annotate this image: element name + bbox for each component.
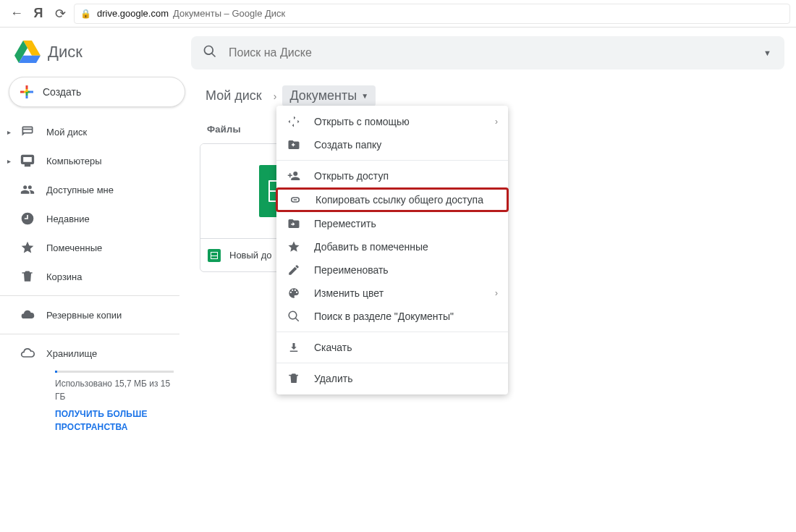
ctx-download[interactable]: Скачать bbox=[276, 336, 508, 359]
ctx-label: Переименовать bbox=[314, 264, 389, 276]
ctx-share[interactable]: Открыть доступ bbox=[276, 164, 508, 187]
sidebar-item-computers[interactable]: ▸ Компьютеры bbox=[0, 146, 185, 175]
create-button-label: Создать bbox=[43, 86, 81, 98]
storage-text: Использовано 15,7 МБ из 15 ГБ bbox=[55, 379, 170, 402]
star-icon bbox=[287, 240, 301, 254]
ctx-new-folder[interactable]: Создать папку bbox=[276, 133, 508, 156]
reload-button[interactable]: ⟳ bbox=[49, 3, 71, 25]
ctx-label: Открыть с помощью bbox=[314, 116, 410, 127]
trash-icon bbox=[287, 371, 301, 386]
sidebar-item-storage[interactable]: Хранилище bbox=[0, 339, 185, 368]
star-icon bbox=[19, 239, 36, 256]
sheets-icon bbox=[208, 249, 221, 262]
cloud-outline-icon bbox=[19, 345, 36, 362]
clock-icon bbox=[19, 210, 36, 227]
ctx-label: Изменить цвет bbox=[314, 287, 384, 299]
ctx-label: Создать папку bbox=[314, 139, 381, 151]
ctx-rename[interactable]: Переименовать bbox=[276, 258, 508, 282]
ctx-label: Добавить в помеченные bbox=[314, 241, 428, 253]
search-icon bbox=[287, 309, 301, 324]
storage-bar bbox=[55, 371, 174, 373]
url-rest: Документы – Google Диск bbox=[173, 8, 285, 19]
storage-upgrade-link[interactable]: ПОЛУЧИТЬ БОЛЬШЕ ПРОСТРАНСТВА bbox=[0, 403, 185, 434]
search-input[interactable] bbox=[227, 46, 758, 60]
sidebar-item-trash[interactable]: Корзина bbox=[0, 262, 185, 291]
ctx-label: Копировать ссылку общего доступа bbox=[316, 194, 483, 206]
new-folder-icon bbox=[287, 138, 301, 152]
move-icon bbox=[287, 216, 301, 231]
browser-toolbar: ← Я ⟳ 🔒 drive.google.com Документы – Goo… bbox=[0, 0, 796, 28]
ctx-label: Скачать bbox=[314, 342, 352, 353]
lock-icon: 🔒 bbox=[80, 9, 91, 19]
create-button[interactable]: Создать bbox=[9, 77, 185, 107]
sidebar-item-label: Корзина bbox=[46, 271, 82, 282]
trash-icon bbox=[19, 268, 36, 285]
search-icon bbox=[203, 44, 217, 62]
sidebar-item-label: Мой диск bbox=[46, 127, 87, 138]
plus-icon bbox=[18, 83, 35, 101]
person-add-icon bbox=[287, 169, 301, 183]
cloud-icon bbox=[19, 306, 36, 324]
chevron-right-icon: ▸ bbox=[7, 128, 17, 136]
sidebar-item-backups[interactable]: Резервные копии bbox=[0, 300, 185, 329]
divider bbox=[0, 295, 179, 296]
ctx-color[interactable]: Изменить цвет › bbox=[276, 282, 508, 305]
ctx-move[interactable]: Переместить bbox=[276, 212, 508, 235]
sidebar-item-label: Хранилище bbox=[46, 348, 97, 359]
ctx-search-in[interactable]: Поиск в разделе "Документы" bbox=[276, 305, 508, 328]
sidebar-item-shared[interactable]: Доступные мне bbox=[0, 175, 185, 204]
download-icon bbox=[287, 340, 301, 355]
divider bbox=[276, 332, 508, 332]
ctx-copy-link[interactable]: Копировать ссылку общего доступа bbox=[276, 187, 509, 212]
ctx-delete[interactable]: Удалить bbox=[276, 367, 508, 390]
sidebar: Диск Создать ▸ Мой диск ▸ Компьютеры Дос… bbox=[0, 28, 185, 434]
main-area: ▼ Мой диск › Документы ▼ Файлы Новый до bbox=[185, 28, 796, 434]
sidebar-item-label: Резервные копии bbox=[46, 310, 122, 321]
file-name: Новый до bbox=[229, 250, 272, 261]
breadcrumb-current-label: Документы bbox=[289, 88, 357, 104]
search-options-button[interactable]: ▼ bbox=[758, 46, 777, 60]
sidebar-item-recent[interactable]: Недавние bbox=[0, 204, 185, 233]
divider bbox=[276, 363, 508, 363]
breadcrumb-current[interactable]: Документы ▼ bbox=[282, 85, 376, 106]
ctx-label: Удалить bbox=[314, 373, 352, 384]
ctx-open-with[interactable]: Открыть с помощью › bbox=[276, 110, 508, 133]
chevron-down-icon: ▼ bbox=[361, 92, 368, 100]
app-title: Диск bbox=[48, 43, 82, 62]
search-bar[interactable]: ▼ bbox=[191, 36, 784, 69]
ctx-label: Переместить bbox=[314, 218, 376, 229]
ctx-star[interactable]: Добавить в помеченные bbox=[276, 235, 508, 258]
link-icon bbox=[288, 193, 302, 207]
nav-back-button[interactable]: ← bbox=[6, 3, 27, 24]
computers-icon bbox=[19, 152, 36, 169]
rename-icon bbox=[287, 263, 301, 277]
divider bbox=[0, 334, 179, 334]
drive-logo-icon bbox=[14, 41, 41, 64]
storage-info: Использовано 15,7 МБ из 15 ГБ bbox=[0, 368, 185, 403]
chevron-right-icon: ▸ bbox=[7, 157, 17, 165]
yandex-home-button[interactable]: Я bbox=[27, 3, 49, 24]
mydrive-icon bbox=[19, 123, 36, 140]
chevron-right-icon: › bbox=[495, 288, 498, 298]
address-bar[interactable]: 🔒 drive.google.com Документы – Google Ди… bbox=[74, 4, 790, 24]
url-host: drive.google.com bbox=[97, 8, 169, 19]
chevron-right-icon: › bbox=[495, 117, 498, 127]
divider bbox=[276, 160, 508, 161]
sidebar-item-label: Помеченные bbox=[46, 242, 102, 253]
chevron-right-icon: › bbox=[274, 90, 277, 102]
sidebar-item-starred[interactable]: Помеченные bbox=[0, 233, 185, 262]
sidebar-item-label: Недавние bbox=[46, 214, 90, 224]
sidebar-item-mydrive[interactable]: ▸ Мой диск bbox=[0, 117, 185, 146]
ctx-label: Поиск в разделе "Документы" bbox=[314, 311, 454, 322]
breadcrumb-root[interactable]: Мой диск bbox=[200, 85, 268, 106]
open-with-icon bbox=[287, 114, 301, 129]
ctx-label: Открыть доступ bbox=[314, 170, 389, 182]
palette-icon bbox=[287, 286, 301, 300]
sidebar-item-label: Компьютеры bbox=[46, 156, 102, 166]
people-icon bbox=[19, 181, 36, 198]
sidebar-item-label: Доступные мне bbox=[46, 185, 114, 195]
context-menu: Открыть с помощью › Создать папку Открыт… bbox=[276, 106, 508, 394]
